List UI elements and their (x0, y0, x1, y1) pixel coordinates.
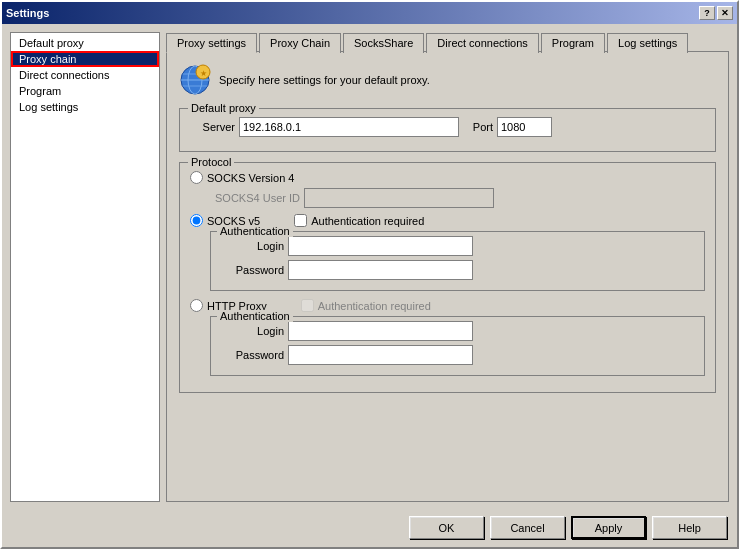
socksv5-radio[interactable] (190, 214, 203, 227)
http-login-input[interactable] (288, 321, 473, 341)
socks4-label: SOCKS Version 4 (207, 172, 294, 184)
protocol-group: Protocol SOCKS Version 4 SOCKS4 User ID … (179, 162, 716, 393)
main-panel: Proxy settings Proxy Chain SocksShare Di… (166, 32, 729, 502)
info-row: ★ Specify here settings for your default… (179, 64, 716, 96)
description-text: Specify here settings for your default p… (219, 74, 430, 86)
help-titlebar-button[interactable]: ? (699, 6, 715, 20)
content-area: Default proxy Proxy chain Direct connect… (2, 24, 737, 510)
port-label: Port (463, 121, 493, 133)
tab-direct-connections[interactable]: Direct connections (426, 33, 539, 53)
tab-program[interactable]: Program (541, 33, 605, 53)
sidebar: Default proxy Proxy chain Direct connect… (10, 32, 160, 502)
globe-icon: ★ (179, 64, 211, 96)
close-titlebar-button[interactable]: ✕ (717, 6, 733, 20)
socks4-userid-label: SOCKS4 User ID (210, 192, 300, 204)
port-input[interactable] (497, 117, 552, 137)
socksv5-password-label: Password (219, 264, 284, 276)
tabs: Proxy settings Proxy Chain SocksShare Di… (166, 32, 729, 52)
server-input[interactable] (239, 117, 459, 137)
cancel-button[interactable]: Cancel (490, 516, 565, 539)
svg-text:★: ★ (200, 69, 207, 78)
socksv5-auth-group-title: Authentication (217, 225, 293, 237)
http-auth-group-title: Authentication (217, 310, 293, 322)
ok-button[interactable]: OK (409, 516, 484, 539)
tab-proxy-chain[interactable]: Proxy Chain (259, 33, 341, 53)
sidebar-item-direct-connections[interactable]: Direct connections (11, 67, 159, 83)
titlebar: Settings ? ✕ (2, 2, 737, 24)
footer-buttons: OK Cancel Apply Help (2, 510, 737, 547)
socksv5-login-input[interactable] (288, 236, 473, 256)
http-auth-label: Authentication required (318, 300, 431, 312)
tab-proxy-settings[interactable]: Proxy settings (166, 33, 257, 53)
tab-socks-share[interactable]: SocksShare (343, 33, 424, 53)
sidebar-item-default-proxy[interactable]: Default proxy (11, 35, 159, 51)
apply-button[interactable]: Apply (571, 516, 646, 539)
help-button[interactable]: Help (652, 516, 727, 539)
sidebar-item-program[interactable]: Program (11, 83, 159, 99)
socks4-radio[interactable] (190, 171, 203, 184)
http-auth-group: Authentication Login Password (210, 316, 705, 376)
socks4-userid-row: SOCKS4 User ID (210, 188, 705, 208)
protocol-title: Protocol (188, 156, 234, 168)
http-password-input[interactable] (288, 345, 473, 365)
http-password-row: Password (219, 345, 696, 365)
tab-log-settings[interactable]: Log settings (607, 33, 688, 53)
socksv5-password-input[interactable] (288, 260, 473, 280)
sidebar-item-proxy-chain[interactable]: Proxy chain (11, 51, 159, 67)
default-proxy-title: Default proxy (188, 102, 259, 114)
socksv5-login-row: Login (219, 236, 696, 256)
http-password-label: Password (219, 349, 284, 361)
window-title: Settings (6, 7, 49, 19)
socks4-userid-input (304, 188, 494, 208)
socksv5-password-row: Password (219, 260, 696, 280)
http-login-row: Login (219, 321, 696, 341)
http-login-label: Login (219, 325, 284, 337)
http-auth-checkbox (301, 299, 314, 312)
default-proxy-group: Default proxy Server Port (179, 108, 716, 152)
server-label: Server (190, 121, 235, 133)
socksv5-auth-label: Authentication required (311, 215, 424, 227)
socks4-row: SOCKS Version 4 (190, 171, 705, 184)
socksv5-auth-group: Authentication Login Password (210, 231, 705, 291)
socksv5-login-label: Login (219, 240, 284, 252)
settings-window: Settings ? ✕ Default proxy Proxy chain D… (0, 0, 739, 549)
titlebar-buttons: ? ✕ (699, 6, 733, 20)
tab-content: ★ Specify here settings for your default… (166, 51, 729, 502)
socksv5-auth-checkbox[interactable] (294, 214, 307, 227)
sidebar-item-log-settings[interactable]: Log settings (11, 99, 159, 115)
server-row: Server Port (190, 117, 705, 137)
http-proxy-radio[interactable] (190, 299, 203, 312)
